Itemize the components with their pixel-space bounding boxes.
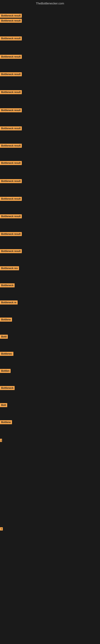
bottleneck-item[interactable]: Bottleneck result (0, 232, 22, 237)
bottleneck-item[interactable]: Bottleneck (0, 386, 15, 391)
bottleneck-label: Bottleneck (0, 386, 15, 390)
bottleneck-item[interactable]: Bottleneck result (0, 249, 22, 254)
bottleneck-item[interactable]: Bottleneck result (0, 55, 22, 60)
bottleneck-label: Bottleneck result (0, 249, 22, 253)
bottleneck-item[interactable]: Bottlene (0, 318, 12, 322)
bottleneck-item[interactable]: Bottleneck result (0, 144, 22, 148)
bottleneck-item[interactable]: Bottleneck result (0, 197, 22, 202)
bottleneck-item[interactable]: Bottleneck result (0, 19, 22, 24)
bottleneck-label: Bottleneck re (0, 300, 18, 304)
bottleneck-item[interactable]: Bottleneck re (0, 300, 18, 305)
bottleneck-item[interactable]: Bottl (0, 335, 8, 340)
bottleneck-label: Bottleneck res (0, 266, 19, 270)
bottleneck-item[interactable]: Bottlene (0, 420, 12, 425)
bottleneck-item[interactable]: Bottleneck result (0, 161, 22, 166)
site-title: TheBottlenecker.com (36, 2, 64, 5)
bottleneck-label: Bottleneck result (0, 161, 22, 165)
bottleneck-item[interactable]: Bottleneck res (0, 266, 19, 271)
bottleneck-item[interactable]: Bottleneck result (0, 36, 22, 41)
bottleneck-label: Bottleneck result (0, 90, 22, 94)
bottleneck-label: Bottleneck result (0, 179, 22, 183)
bottleneck-item[interactable]: Bottleneck result (0, 90, 22, 95)
page-container: TheBottlenecker.com Bottleneck resultBot… (0, 0, 100, 642)
bottleneck-label: Bottleneck result (0, 108, 22, 112)
bottleneck-label: Bottleneck result (0, 19, 22, 23)
bottleneck-small-label: = (0, 527, 3, 530)
bottleneck-label: Bottlene (0, 318, 12, 322)
bottleneck-item[interactable]: Bottleneck result (0, 108, 22, 113)
bottleneck-label: Bottleneck result (0, 144, 22, 148)
bottleneck-label: Bottlene (0, 420, 12, 424)
bottleneck-small-item: | (0, 438, 2, 442)
bottleneck-label: Bottleneck (0, 283, 15, 288)
bottleneck-label: Bottleneck result (0, 36, 22, 40)
bottleneck-label: Bottleneck result (0, 214, 22, 218)
bottleneck-label: Bottleneck result (0, 126, 22, 130)
bottleneck-label: Bottl (0, 335, 8, 339)
bottleneck-label: Bottleneck result (0, 55, 22, 59)
bottleneck-label: Bottleneck result (0, 72, 22, 76)
bottleneck-item[interactable]: Bott (0, 403, 7, 408)
bottleneck-label: Bottleneck result (0, 232, 22, 236)
bottleneck-item[interactable]: Bottleneck result (0, 179, 22, 184)
bottleneck-item[interactable]: Bottleneck result (0, 72, 22, 77)
bottleneck-item[interactable]: Bottlenec (0, 352, 13, 356)
bottleneck-small-label: | (0, 439, 2, 442)
bottleneck-item[interactable]: Bottleneck (0, 283, 15, 288)
bottleneck-small-item: = (0, 527, 3, 530)
bottleneck-label: Bott (0, 403, 7, 407)
bottleneck-label: Bottleneck result (0, 197, 22, 201)
bottleneck-label: Bottlen (0, 369, 11, 373)
bottleneck-label: Bottleneck result (0, 14, 22, 18)
bottleneck-item[interactable]: Bottleneck result (0, 214, 22, 219)
bottleneck-item[interactable]: Bottleneck result (0, 14, 22, 18)
bottleneck-item[interactable]: Bottleneck result (0, 126, 22, 131)
site-header: TheBottlenecker.com (0, 0, 100, 8)
bottleneck-label: Bottlenec (0, 352, 13, 356)
bottleneck-item[interactable]: Bottlen (0, 369, 11, 374)
